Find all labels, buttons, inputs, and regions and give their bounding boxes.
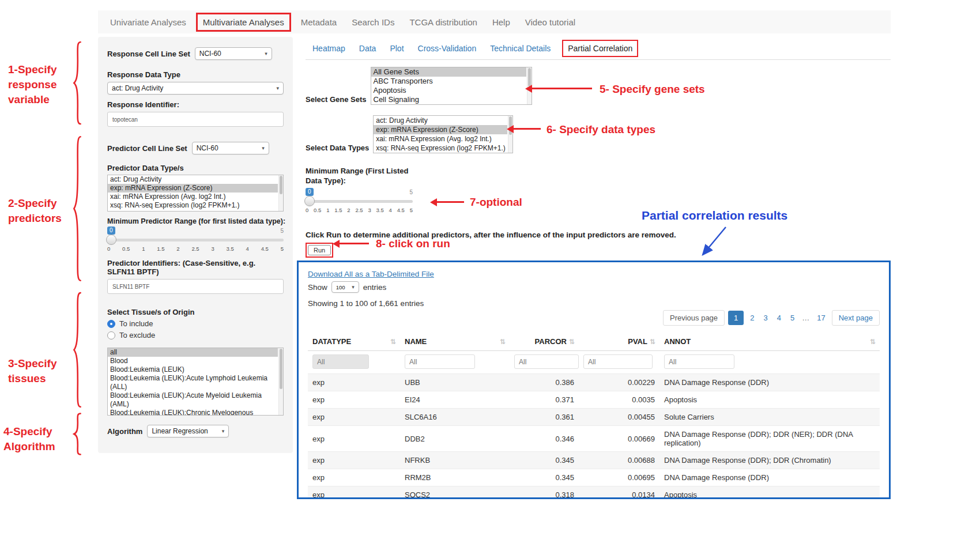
listbox-option-selected[interactable]: exp: mRNA Expression (Z-Score): [374, 125, 507, 134]
annotation-step7: 7-optional: [470, 195, 522, 210]
tab-plot[interactable]: Plot: [383, 44, 410, 53]
slider-track[interactable]: [306, 200, 413, 203]
cell-pval: 0.00669: [579, 426, 659, 452]
showing-entries-text: Showing 1 to 100 of 1,661 entries: [308, 299, 880, 308]
scrollbar[interactable]: [278, 348, 283, 415]
previous-page-button[interactable]: Previous page: [663, 310, 725, 326]
page-button-5[interactable]: 5: [787, 311, 797, 325]
scrollbar[interactable]: [278, 175, 283, 211]
results-table: DATATYPE⇅ NAME⇅ PARCOR⇅ PVAL⇅ ANNOT⇅ exp…: [308, 333, 880, 499]
min-range-slider[interactable]: 0 5 0 0.5 1 1.5 2 2.5 3 3.5 4 4.5 5: [306, 188, 413, 216]
show-entries-row: Show 100 ▾ entries: [308, 281, 880, 293]
column-header-datatype[interactable]: DATATYPE⇅: [308, 333, 400, 351]
data-types-listbox[interactable]: act: Drug Activity exp: mRNA Expression …: [373, 115, 513, 153]
tab-cross-validation[interactable]: Cross-Validation: [411, 44, 484, 53]
listbox-option[interactable]: Blood:Leukemia (LEUK):Acute Myeloid Leuk…: [108, 391, 278, 409]
filter-datatype-input[interactable]: [312, 354, 369, 369]
nav-metadata[interactable]: Metadata: [293, 17, 345, 27]
tab-heatmap[interactable]: Heatmap: [306, 44, 352, 53]
nav-search-ids[interactable]: Search IDs: [344, 17, 402, 27]
listbox-option[interactable]: Blood: [108, 357, 278, 365]
chevron-down-icon: ▾: [276, 86, 279, 91]
radio-unselected-icon[interactable]: [107, 331, 115, 339]
listbox-option[interactable]: xsq: RNA-seq Expression (log2 FPKM+1.): [374, 144, 507, 153]
filter-parcor-input[interactable]: [514, 354, 579, 369]
table-row: exp RRM2B 0.345 0.00695 DNA Damage Respo…: [308, 469, 880, 486]
listbox-option[interactable]: xai: mRNA Expression (Avg. log2 Int.): [374, 134, 507, 144]
tick-label: 1: [142, 246, 145, 252]
download-all-link[interactable]: Download All as a Tab-Delimited File: [308, 270, 434, 278]
annotation-results-title: Partial correlation results: [642, 209, 787, 222]
nav-multivariate-analyses[interactable]: Multivariate Analyses: [196, 13, 291, 32]
slider-track[interactable]: [107, 239, 284, 241]
slider-handle[interactable]: [304, 196, 315, 206]
min-predictor-range-slider[interactable]: 0 5 0 0.5 1 1.5 2 2.5 3 3.5 4 4.5 5: [107, 227, 284, 254]
next-page-button[interactable]: Next page: [832, 310, 880, 326]
listbox-option[interactable]: ABC Transporters: [371, 77, 526, 86]
page-button-4[interactable]: 4: [774, 311, 784, 325]
listbox-option[interactable]: Blood:Leukemia (LEUK):Acute Lymphoid Leu…: [108, 374, 278, 391]
run-button[interactable]: Run: [308, 245, 331, 255]
listbox-option-selected[interactable]: all: [108, 348, 278, 357]
listbox-option-selected[interactable]: All Gene Sets: [371, 67, 526, 77]
listbox-option[interactable]: xai: mRNA Expression (Avg. log2 Int.): [108, 193, 278, 201]
show-entries-select[interactable]: 100 ▾: [331, 281, 359, 293]
tissues-listbox[interactable]: all Blood Blood:Leukemia (LEUK) Blood:Le…: [107, 348, 284, 416]
cell-annot: DNA Damage Response (DDR): [659, 374, 880, 391]
scrollbar-thumb[interactable]: [280, 349, 282, 389]
response-identifier-input[interactable]: [107, 112, 284, 127]
cell-datatype: exp: [308, 469, 400, 486]
cell-annot: DNA Damage Response (DDR); DDR (Chromati…: [659, 452, 880, 469]
listbox-option[interactable]: Cell Signaling: [371, 95, 526, 104]
scrollbar[interactable]: [508, 116, 512, 153]
tab-partial-correlation[interactable]: Partial Correlation: [562, 40, 638, 57]
filter-annot-input[interactable]: [664, 354, 734, 369]
response-cell-line-set-select[interactable]: NCI-60 ▾: [195, 47, 272, 60]
scrollbar-thumb[interactable]: [528, 68, 531, 86]
sort-icon[interactable]: ⇅: [870, 338, 875, 346]
annotation-step6: 6- Specify data types: [546, 122, 655, 137]
column-label: DATATYPE: [312, 337, 351, 346]
gene-sets-listbox[interactable]: All Gene Sets ABC Transporters Apoptosis…: [371, 67, 532, 105]
nav-tcga-distribution[interactable]: TCGA distribution: [402, 17, 485, 27]
response-data-type-select[interactable]: act: Drug Activity ▾: [107, 82, 284, 95]
page-button-2[interactable]: 2: [747, 311, 757, 325]
nav-help[interactable]: Help: [485, 17, 518, 27]
column-header-name[interactable]: NAME⇅: [400, 333, 510, 351]
listbox-option[interactable]: Blood:Leukemia (LEUK):Chronic Myelogenou…: [108, 409, 278, 416]
filter-pval-input[interactable]: [583, 354, 653, 369]
sort-icon[interactable]: ⇅: [390, 338, 395, 346]
page-button-1[interactable]: 1: [728, 311, 744, 325]
page-button-3[interactable]: 3: [761, 311, 771, 325]
tissue-exclude-option[interactable]: To exclude: [107, 331, 284, 339]
tab-data[interactable]: Data: [352, 44, 383, 53]
column-header-parcor[interactable]: PARCOR⇅: [510, 333, 579, 351]
radio-selected-icon[interactable]: [107, 320, 115, 328]
algorithm-select[interactable]: Linear Regression ▾: [147, 425, 229, 437]
sort-icon[interactable]: ⇅: [569, 338, 574, 346]
column-header-annot[interactable]: ANNOT⇅: [659, 333, 880, 351]
listbox-option[interactable]: xsq: RNA-seq Expression (log2 FPKM+1.): [108, 201, 278, 210]
tissue-include-option[interactable]: To include: [107, 319, 284, 328]
tab-technical-details[interactable]: Technical Details: [483, 44, 557, 53]
page-button-17[interactable]: 17: [814, 311, 828, 325]
listbox-option[interactable]: Apoptosis: [371, 86, 526, 95]
cell-pval: 0.0035: [579, 391, 659, 409]
listbox-option[interactable]: act: Drug Activity: [108, 175, 278, 184]
column-header-pval[interactable]: PVAL⇅: [579, 333, 659, 351]
sort-icon[interactable]: ⇅: [500, 338, 505, 346]
listbox-option[interactable]: Blood:Leukemia (LEUK): [108, 365, 278, 374]
filter-name-input[interactable]: [405, 354, 475, 369]
scrollbar-thumb[interactable]: [280, 176, 282, 194]
predictor-identifiers-input[interactable]: [107, 279, 284, 294]
predictor-cell-line-set-select[interactable]: NCI-60 ▾: [192, 142, 269, 154]
sort-icon[interactable]: ⇅: [650, 338, 655, 346]
chevron-down-icon: ▾: [265, 51, 267, 56]
slider-handle[interactable]: [106, 235, 116, 245]
nav-univariate-analyses[interactable]: Univariate Analyses: [103, 17, 194, 27]
nav-video-tutorial[interactable]: Video tutorial: [518, 17, 583, 27]
annotation-step1: 1-Specify response variable: [8, 62, 73, 107]
predictor-data-types-listbox[interactable]: act: Drug Activity exp: mRNA Expression …: [107, 175, 284, 212]
listbox-option-selected[interactable]: exp: mRNA Expression (Z-Score): [108, 184, 278, 193]
listbox-option[interactable]: act: Drug Activity: [374, 116, 507, 125]
